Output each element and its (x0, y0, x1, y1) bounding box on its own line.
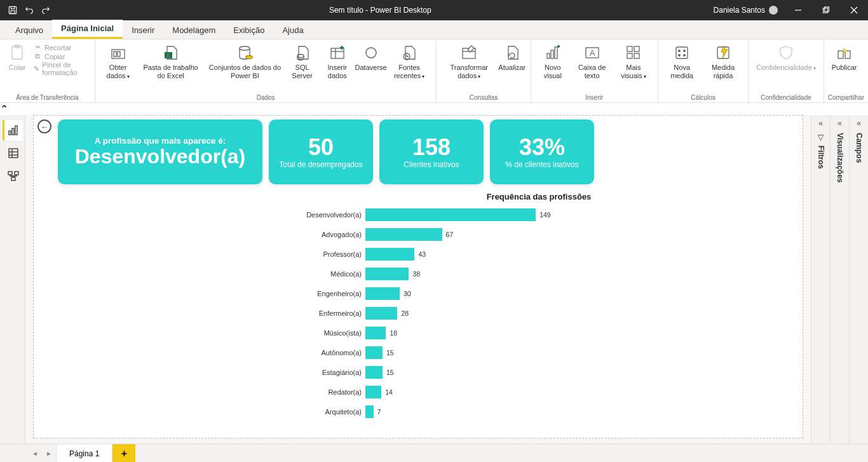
card-top-profession[interactable]: A profissão que mais aparece é: Desenvol… (58, 119, 262, 184)
fields-pane[interactable]: « Campos (849, 115, 868, 444)
data-view-icon (8, 147, 19, 159)
filters-pane-label: Filtros (817, 146, 825, 169)
tab-ajuda[interactable]: Ajuda (273, 22, 312, 39)
svg-rect-1 (11, 11, 15, 13)
transform-data-button[interactable]: Transformar dados (440, 41, 497, 79)
chart-data-label: 30 (400, 290, 411, 297)
chart-row: Músico(ista)18 (283, 326, 795, 340)
card-unemployed[interactable]: 50 Total de desempregados (269, 119, 373, 184)
new-visual-button[interactable]: Novo visual (535, 41, 571, 79)
new-measure-label: Nova medida (666, 64, 698, 79)
refresh-button[interactable]: Atualizar (498, 41, 527, 72)
redo-icon[interactable] (38, 3, 53, 18)
group-calc-label: Cálculos (662, 94, 745, 102)
group-sensitivity-label: Confidencialidade (752, 94, 819, 102)
chart-bar (365, 346, 383, 359)
clipboard-icon (8, 43, 27, 62)
recent-sources-label: Fontes recentes (390, 64, 429, 79)
save-icon[interactable] (5, 3, 20, 18)
card-inactive-label: Clientes inativos (403, 160, 459, 169)
collapse-ribbon-icon[interactable]: ⌃ (0, 103, 868, 115)
svg-rect-46 (15, 126, 17, 135)
sensitivity-label: Confidencialidade (756, 64, 815, 72)
enter-data-button[interactable]: Inserir dados (319, 41, 356, 79)
publish-button[interactable]: Publicar (828, 41, 861, 72)
chart-data-label: 43 (414, 250, 426, 258)
page-tab-1[interactable]: Página 1 (56, 444, 112, 463)
paste-label: Colar (9, 64, 25, 72)
brush-icon: ✎ (33, 65, 39, 73)
tab-modelagem[interactable]: Modelagem (163, 22, 224, 39)
add-page-button[interactable]: + (112, 444, 135, 463)
cut-button: ✂Recortar (33, 43, 91, 51)
more-visuals-button[interactable]: Mais visuais (613, 41, 654, 79)
svg-point-39 (679, 55, 681, 57)
chart-row: Enfermeiro(a)28 (283, 306, 795, 320)
maximize-button[interactable] (812, 0, 840, 20)
svg-rect-33 (634, 46, 639, 51)
scissors-icon: ✂ (33, 43, 42, 51)
recent-sources-button[interactable]: Fontes recentes (386, 41, 433, 79)
chart-row: Engenheiro(a)30 (283, 287, 795, 301)
publish-icon (835, 43, 854, 62)
back-button[interactable]: ← (37, 119, 51, 133)
pbi-datasets-button[interactable]: Conjuntos de dados do Power BI (205, 41, 285, 79)
dataverse-label: Dataverse (355, 64, 387, 72)
svg-rect-3 (824, 8, 828, 13)
data-view-button[interactable] (3, 143, 23, 163)
chart-data-label: 14 (381, 388, 393, 396)
minimize-button[interactable] (784, 0, 812, 20)
chart-row: Arquiteto(a)7 (283, 405, 795, 419)
visualizations-pane[interactable]: « Visualizações (830, 115, 849, 444)
page-tabs-bar: ◄ ► Página 1 + (0, 444, 868, 462)
svg-rect-47 (9, 149, 18, 158)
sql-icon (293, 43, 312, 62)
quick-measure-icon (714, 43, 733, 62)
avatar-icon (769, 6, 778, 15)
chart-row: Estagiário(a)15 (283, 365, 795, 379)
card-inactive-clients[interactable]: 158 Clientes inativos (379, 119, 484, 184)
report-view-button[interactable] (3, 120, 23, 140)
chart-category-label: Advogado(a) (283, 231, 365, 238)
excel-button[interactable]: X Pasta de trabalho do Excel (137, 41, 204, 79)
report-page[interactable]: ← A profissão que mais aparece é: Desenv… (33, 115, 803, 438)
user-name: Daniela Santos (714, 6, 765, 15)
enter-data-label: Inserir dados (323, 64, 352, 79)
sql-button[interactable]: SQL Server (285, 41, 319, 79)
close-button[interactable] (840, 0, 868, 20)
user-account[interactable]: Daniela Santos (707, 6, 784, 15)
back-arrow-icon: ← (41, 122, 49, 132)
page-next-button[interactable]: ► (42, 447, 56, 461)
chart-bar (365, 405, 374, 418)
page-prev-button[interactable]: ◄ (28, 447, 42, 461)
ribbon: Colar ✂Recortar ⧉Copiar ✎Pincel de forma… (0, 39, 868, 103)
chart-bar (365, 248, 414, 261)
group-share-label: Compartilhar (828, 94, 864, 102)
chart-row: Advogado(a)67 (283, 228, 795, 241)
tab-exibicao[interactable]: Exibição (224, 22, 273, 39)
sql-label: SQL Server (289, 64, 315, 79)
get-data-button[interactable]: Obter dados (99, 41, 137, 79)
sensitivity-icon (776, 43, 796, 62)
excel-icon: X (161, 43, 180, 62)
visualizations-pane-label: Visualizações (836, 133, 844, 183)
filters-pane[interactable]: « ▽ Filtros (811, 115, 830, 444)
model-view-button[interactable] (3, 166, 23, 186)
tab-inserir[interactable]: Inserir (123, 22, 163, 39)
filter-icon: ▽ (818, 133, 824, 142)
card-top-profession-value: Desenvolvedor(a) (75, 146, 246, 168)
chart-category-label: Estagiário(a) (283, 369, 365, 376)
chart-bars: Desenvolvedor(a)149Advogado(a)67Professo… (283, 208, 795, 419)
dataverse-button[interactable]: Dataverse (356, 41, 386, 72)
card-inactive-pct[interactable]: 33% % de clientes inativos (490, 119, 594, 184)
tab-pagina-inicial[interactable]: Página Inicial (52, 20, 123, 39)
svg-text:A: A (589, 48, 595, 58)
undo-icon[interactable] (22, 3, 37, 18)
tab-arquivo[interactable]: Arquivo (6, 22, 52, 39)
title-bar: Sem título - Power BI Desktop Daniela Sa… (0, 0, 868, 20)
new-measure-button[interactable]: Nova medida (662, 41, 702, 79)
quick-measure-button[interactable]: Medida rápida (702, 41, 745, 79)
bar-chart-visual[interactable]: Frequência das profissões Desenvolvedor(… (41, 192, 795, 419)
transform-icon (459, 43, 478, 62)
textbox-button[interactable]: A Caixa de texto (571, 41, 613, 79)
